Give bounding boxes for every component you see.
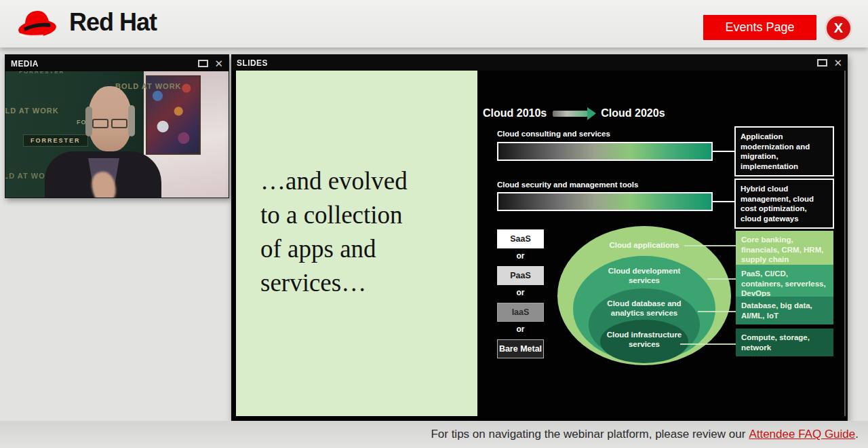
- connector-line: [713, 201, 735, 202]
- era-arrow-icon: [553, 111, 588, 117]
- attendee-faq-link[interactable]: Attendee FAQ Guide: [749, 428, 855, 441]
- media-close-icon[interactable]: ✕: [214, 60, 223, 67]
- ring-label: Cloud infrastructure services: [604, 331, 685, 349]
- events-page-button[interactable]: Events Page: [703, 15, 816, 40]
- forrester-plaque: FORRESTER: [23, 134, 88, 147]
- connector-line: [707, 278, 736, 280]
- brand-name: Red Hat: [69, 8, 157, 37]
- connector-line: [680, 343, 736, 345]
- or-label: or: [497, 324, 544, 334]
- slides-scrollbar[interactable]: [844, 71, 846, 416]
- slides-close-icon[interactable]: ✕: [833, 59, 842, 67]
- connector-line: [684, 245, 736, 246]
- stack-option-paas: PaaS: [497, 266, 544, 285]
- gradient-bar: [497, 142, 713, 161]
- callout-box: Database, big data, AI/ML, IoT: [736, 297, 833, 324]
- backdrop-text: OLD AT WORK: [5, 107, 59, 115]
- gradient-bar: [497, 192, 713, 211]
- media-maximize-icon[interactable]: [198, 60, 208, 67]
- speaker-hair: [128, 105, 135, 136]
- ring-label: Cloud development services: [604, 267, 685, 285]
- webcam-video: BOLD AT WORK OLD AT WORK OLD AT WORK FOR…: [5, 71, 229, 198]
- slide-quote: …and evolved to a collection of apps and…: [260, 164, 408, 300]
- speaker-hair: [85, 107, 92, 136]
- ring-label: Cloud database and analytics services: [597, 299, 692, 318]
- redhat-logo: Red Hat: [16, 5, 157, 39]
- redhat-fedora-icon: [16, 5, 60, 39]
- era-to: Cloud 2020s: [601, 107, 665, 119]
- media-panel-title: MEDIA: [11, 58, 39, 69]
- slides-panel-header: SLIDES ✕: [231, 54, 848, 71]
- callout-box: Core banking, financials, CRM, HRM, supp…: [736, 231, 833, 269]
- stack-option-iaas: IaaS: [497, 303, 544, 322]
- page-header: Red Hat Events Page X: [0, 0, 868, 48]
- media-panel: MEDIA ✕ BOLD AT WORK OLD AT WORK OLD AT …: [5, 54, 229, 198]
- stack-option-saas: SaaS: [497, 229, 544, 248]
- backdrop-text: BOLD AT WORK: [115, 82, 182, 90]
- slide-text-pane: …and evolved to a collection of apps and…: [236, 71, 477, 416]
- backdrop-text: FORRESTER: [19, 71, 64, 75]
- stack-option-bare-metal: Bare Metal: [497, 339, 544, 358]
- footer-text: For tips on navigating the webinar platf…: [431, 428, 745, 441]
- connector-line: [713, 151, 735, 152]
- exit-webinar-button[interactable]: X: [825, 14, 852, 42]
- era-from: Cloud 2010s: [483, 107, 547, 119]
- bar-label: Cloud security and management tools: [497, 181, 638, 189]
- speaker-glasses: [92, 119, 127, 128]
- slides-panel: SLIDES ✕ …and evolved to a collection of…: [231, 54, 848, 421]
- footer-period: .: [855, 428, 859, 441]
- media-panel-header: MEDIA ✕: [5, 55, 229, 71]
- bar-label: Cloud consulting and services: [497, 130, 610, 138]
- footer-bar: For tips on navigating the webinar platf…: [0, 421, 868, 448]
- or-label: or: [497, 251, 544, 261]
- ring-label: Cloud applications: [593, 241, 695, 250]
- callout-box: Compute, storage, network: [736, 329, 833, 356]
- callout-box: Hybrid cloud management, cloud cost opti…: [734, 179, 834, 229]
- era-heading: Cloud 2010s Cloud 2020s: [483, 107, 665, 119]
- or-label: or: [497, 288, 544, 297]
- slides-maximize-icon[interactable]: [817, 59, 827, 67]
- slides-panel-title: SLIDES: [237, 58, 268, 68]
- callout-box: Application modernization and migration,…: [734, 126, 834, 176]
- connector-line: [698, 311, 736, 312]
